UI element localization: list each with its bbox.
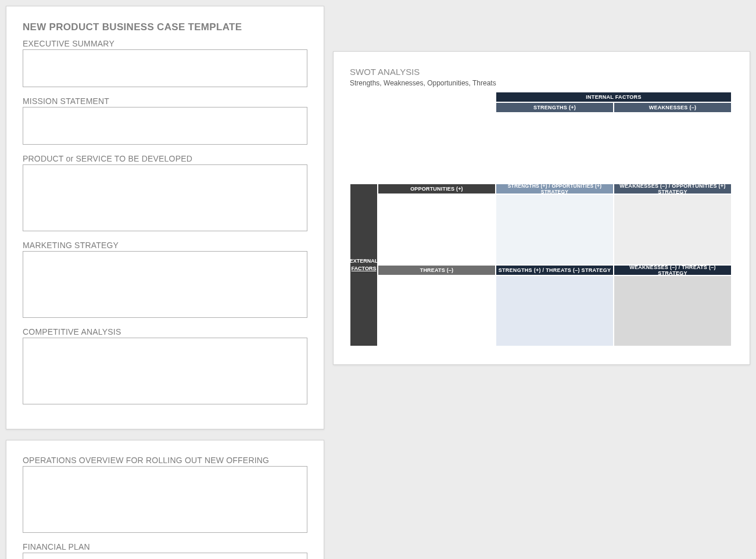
cell-opportunities [378,194,496,265]
section-label: MISSION STATEMENT [23,96,307,106]
section-label: FINANCIAL PLAN [23,542,307,551]
header-weaknesses: WEAKNESSES (–) [614,102,732,113]
cell-w-o-strategy [614,194,732,265]
threats-input[interactable] [379,277,494,345]
product-service-input[interactable] [23,164,307,231]
template-page-2: OPERATIONS OVERVIEW FOR ROLLING OUT NEW … [6,440,324,559]
cell-threats [378,275,496,346]
s-o-strategy-input[interactable] [497,195,612,264]
section-label: COMPETITIVE ANALYSIS [23,327,307,336]
template-page-1: NEW PRODUCT BUSINESS CASE TEMPLATE EXECU… [6,6,324,429]
section-label: PRODUCT or SERVICE TO BE DEVELOPED [23,154,307,163]
marketing-strategy-input[interactable] [23,251,307,318]
header-s-t-strategy: STRENGTHS (+) / THREATS (–) STRATEGY [496,265,614,275]
cell-s-o-strategy [496,194,614,265]
swot-spacer [350,92,496,184]
header-threats: THREATS (–) [378,265,496,275]
template-page-swot: SWOT ANALYSIS Strengths, Weaknesses, Opp… [333,51,750,365]
mission-statement-input[interactable] [23,107,307,145]
cell-strengths [496,113,614,184]
section-executive-summary: EXECUTIVE SUMMARY [23,39,307,87]
section-operations-overview: OPERATIONS OVERVIEW FOR ROLLING OUT NEW … [23,456,307,533]
swot-grid: INTERNAL FACTORS STRENGTHS (+) WEAKNESSE… [350,92,733,346]
executive-summary-input[interactable] [23,49,307,87]
header-internal-factors: INTERNAL FACTORS [496,92,732,102]
document-title: NEW PRODUCT BUSINESS CASE TEMPLATE [23,21,307,33]
cell-s-t-strategy [496,275,614,346]
weaknesses-input[interactable] [615,114,730,182]
cell-weaknesses [614,113,732,184]
financial-plan-input[interactable] [23,553,307,559]
cell-w-t-strategy [614,275,732,346]
strengths-input[interactable] [497,114,612,182]
w-t-strategy-input[interactable] [615,277,730,345]
external-line-1: EXTERNAL [350,257,378,266]
header-s-o-strategy: STRENGTHS (+) / OPPORTUNITIES (+) STRATE… [496,184,614,194]
header-external-factors: EXTERNAL FACTORS [350,184,378,346]
operations-overview-input[interactable] [23,466,307,533]
swot-title: SWOT ANALYSIS [350,67,733,77]
section-mission-statement: MISSION STATEMENT [23,96,307,145]
section-product-service: PRODUCT or SERVICE TO BE DEVELOPED [23,154,307,231]
header-strengths: STRENGTHS (+) [496,102,614,113]
external-line-2: FACTORS [352,265,377,273]
section-label: EXECUTIVE SUMMARY [23,39,307,48]
swot-subtitle: Strengths, Weaknesses, Opportunities, Th… [350,79,733,87]
header-opportunities: OPPORTUNITIES (+) [378,184,496,194]
section-financial-plan: FINANCIAL PLAN [23,542,307,559]
w-o-strategy-input[interactable] [615,195,730,264]
s-t-strategy-input[interactable] [497,277,612,345]
competitive-analysis-input[interactable] [23,338,307,404]
header-w-t-strategy: WEAKNESSES (–) / THREATS (–) STRATEGY [614,265,732,275]
opportunities-input[interactable] [379,195,494,264]
section-label: MARKETING STRATEGY [23,241,307,250]
header-w-o-strategy: WEAKNESSES (–) / OPPORTUNITIES (+) STRAT… [614,184,732,194]
section-marketing-strategy: MARKETING STRATEGY [23,241,307,318]
section-competitive-analysis: COMPETITIVE ANALYSIS [23,327,307,404]
section-label: OPERATIONS OVERVIEW FOR ROLLING OUT NEW … [23,456,307,465]
